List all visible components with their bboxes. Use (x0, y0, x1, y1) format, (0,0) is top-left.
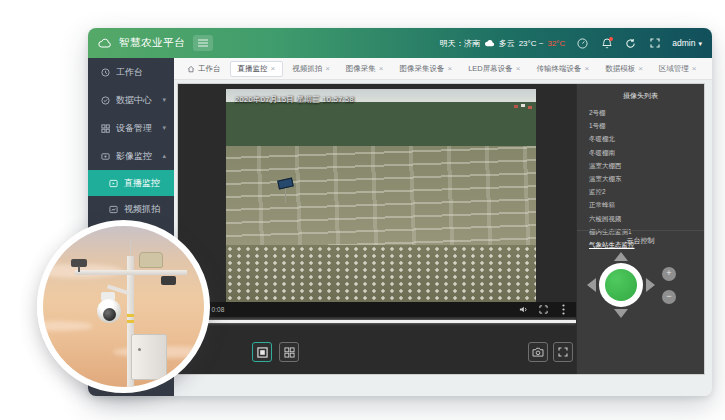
ptz-down-button[interactable] (614, 309, 628, 318)
ptz-right-button[interactable] (646, 278, 655, 292)
camera-list-item[interactable]: 六棱园视频 (577, 213, 704, 226)
video-progress-bar[interactable] (178, 320, 576, 323)
tab-workbench[interactable]: 工作台 (180, 61, 228, 77)
cloud-streak (37, 321, 93, 331)
video-control-bar: / 0:08 (178, 302, 576, 317)
right-sensor (161, 276, 176, 285)
video-field (226, 146, 536, 246)
top-header-bar: 智慧农业平台 明天：济南 多云 23°C ~ 32°C (88, 28, 712, 58)
panel-divider (577, 230, 704, 231)
pole-stripe (127, 320, 134, 323)
video-player: 2020年07月15日 星期三 10:57:58 / 0:08 (178, 84, 576, 374)
snapshot-button[interactable] (528, 342, 548, 362)
sidebar-collapse-button[interactable] (193, 35, 213, 51)
video-time-label: / 0:08 (208, 306, 224, 313)
camera-list-item[interactable]: 2号棚 (577, 107, 704, 120)
sidebar-item-workbench[interactable]: 工作台 (88, 58, 174, 86)
sidebar-item-label: 直播监控 (124, 177, 160, 190)
home-icon (187, 65, 195, 73)
username-label: admin (672, 38, 695, 48)
tab-live-monitor[interactable]: 直播监控 × (230, 61, 284, 77)
camera-list-item[interactable]: 冬暖棚北 (577, 133, 704, 146)
tab-close-icon[interactable]: × (448, 64, 453, 73)
sidebar-item-video-monitor[interactable]: 影像监控 ▴ (88, 142, 174, 170)
cloud-logo-icon (98, 37, 111, 50)
dashboard-icon[interactable] (576, 37, 589, 50)
tab-data-template[interactable]: 数据模板 × (598, 61, 650, 77)
video-foreground-mulch (226, 245, 536, 302)
tab-close-icon[interactable]: × (638, 64, 643, 73)
weather-cloud-icon (484, 39, 495, 47)
tab-close-icon[interactable]: × (516, 64, 521, 73)
volume-icon[interactable] (518, 304, 529, 315)
chevron-down-icon: ▾ (698, 40, 702, 47)
ptz-center-green (605, 269, 637, 301)
video-stream[interactable]: 2020年07月15日 星期三 10:57:58 (226, 89, 536, 302)
temp-range-label: 23°C ~ (519, 39, 544, 48)
tab-bar: 工作台 直播监控 × 视频抓拍 × 图像采集 × 图像采集设备 × (174, 58, 712, 80)
sidebar-item-label: 视频抓拍 (124, 203, 160, 216)
camera-list-item[interactable]: 1号棚 (577, 120, 704, 133)
camera-list-item[interactable]: 正常蜂箱 (577, 199, 704, 212)
fullscreen-toggle-button[interactable] (648, 37, 661, 50)
sidebar-item-video-snapshot[interactable]: 视频抓拍 (88, 196, 174, 222)
station-crossarm (75, 270, 187, 275)
sidebar-item-label: 影像监控 (116, 150, 152, 163)
layout-grid-button[interactable] (279, 342, 299, 362)
zoom-in-button[interactable]: + (662, 267, 676, 281)
sidebar-item-label: 设备管理 (116, 122, 152, 135)
weather-status: 明天：济南 多云 23°C ~ 32°C (440, 38, 566, 49)
screen: 智慧农业平台 明天：济南 多云 23°C ~ 32°C (0, 0, 725, 420)
camera-list-item[interactable]: 冬暖棚南 (577, 147, 704, 160)
monitor-panel: 2020年07月15日 星期三 10:57:58 / 0:08 (177, 83, 705, 375)
sidebar-item-live-monitor[interactable]: 直播监控 (88, 170, 174, 196)
quad-view-icon (284, 347, 295, 358)
tab-close-icon[interactable]: × (692, 64, 697, 73)
zoom-out-button[interactable]: − (662, 290, 676, 304)
single-view-icon (257, 347, 268, 358)
tab-close-icon[interactable]: × (584, 64, 589, 73)
notification-bell-button[interactable] (600, 37, 613, 50)
camera-list-item[interactable]: 监控2 (577, 186, 704, 199)
panel-fullscreen-button[interactable] (553, 342, 573, 362)
video-fullscreen-icon[interactable] (538, 304, 549, 315)
submenu-icon (108, 178, 118, 188)
data-center-icon (100, 95, 110, 105)
control-cabinet (131, 334, 167, 380)
tab-region-manage[interactable]: 区域管理 × (652, 61, 704, 77)
tab-led-devices[interactable]: LED屏幕设备 × (461, 61, 527, 77)
ptz-center-button[interactable] (599, 263, 643, 307)
tab-image-devices[interactable]: 图像采集设备 × (393, 61, 460, 77)
sidebar-item-label: 数据中心 (116, 94, 152, 107)
solar-panel-pole (285, 188, 286, 203)
weather-station-photo (37, 220, 210, 393)
user-menu[interactable]: admin ▾ (672, 38, 702, 48)
monitor-icon (100, 67, 110, 77)
more-options-icon[interactable] (558, 304, 569, 315)
chevron-down-icon: ▾ (162, 124, 166, 132)
weather-condition-label: 多云 (499, 38, 515, 49)
chevron-up-icon: ▴ (162, 152, 166, 160)
tab-video-snapshot[interactable]: 视频抓拍 × (285, 61, 337, 77)
camera-list-item[interactable]: 温室大棚东 (577, 173, 704, 186)
ptz-dpad (590, 254, 652, 316)
video-treeline (226, 102, 536, 146)
refresh-button[interactable] (624, 37, 637, 50)
camera-list-item[interactable]: 温室大棚西 (577, 160, 704, 173)
main-area: 工作台 直播监控 × 视频抓拍 × 图像采集 × 图像采集设备 × (174, 58, 712, 396)
sidebar-item-device-manage[interactable]: 设备管理 ▾ (88, 114, 174, 142)
cabinet-lock (138, 348, 141, 351)
tab-close-icon[interactable]: × (379, 64, 384, 73)
tab-transmission-devices[interactable]: 传输终端设备 × (529, 61, 596, 77)
sidebar-item-label: 工作台 (116, 66, 143, 79)
temp-high-label: 32°C (547, 39, 565, 48)
app-title: 智慧农业平台 (119, 36, 185, 50)
sidebar-item-data-center[interactable]: 数据中心 ▾ (88, 86, 174, 114)
layout-single-button[interactable] (252, 342, 272, 362)
tab-region-group[interactable]: 区域分组 × (705, 61, 712, 77)
ptz-left-button[interactable] (587, 278, 596, 292)
tab-close-icon[interactable]: × (271, 64, 276, 73)
tab-close-icon[interactable]: × (325, 64, 330, 73)
ptz-up-button[interactable] (614, 252, 628, 261)
tab-image-collect[interactable]: 图像采集 × (339, 61, 391, 77)
